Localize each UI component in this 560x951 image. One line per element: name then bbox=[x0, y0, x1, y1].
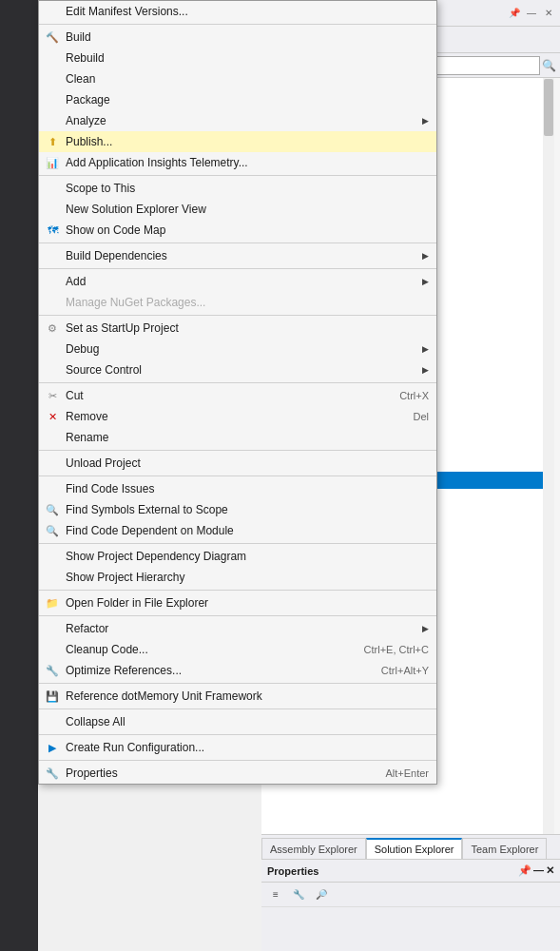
menu-item-rebuild[interactable]: Rebuild bbox=[39, 48, 436, 68]
menu-item-label: Edit Manifest Versions... bbox=[66, 5, 188, 18]
properties-minimize-button[interactable]: — bbox=[533, 864, 544, 877]
pin-button[interactable]: 📌 bbox=[507, 6, 522, 21]
tab-bar: Assembly Explorer Solution Explorer Team… bbox=[261, 834, 560, 859]
menu-separator bbox=[39, 708, 436, 709]
menu-separator bbox=[39, 615, 436, 616]
menu-item-package[interactable]: Package bbox=[39, 89, 436, 110]
menu-item-show-project-hierarchy[interactable]: Show Project Hierarchy bbox=[39, 567, 436, 588]
menu-item-label: Source Control bbox=[66, 363, 142, 377]
menu-item-label: Cleanup Code... bbox=[66, 643, 148, 656]
menu-separator bbox=[39, 760, 436, 761]
menu-item-shortcut: Del bbox=[394, 411, 429, 422]
menu-item-find-code-issues[interactable]: Find Code Issues bbox=[39, 478, 436, 499]
menu-item-collapse-all[interactable]: Collapse All bbox=[39, 711, 436, 732]
menu-item-label: Optimize References... bbox=[66, 664, 182, 677]
menu-item-manage-nuget-packages: Manage NuGet Packages... bbox=[39, 292, 436, 313]
menu-separator bbox=[39, 24, 436, 25]
close-button[interactable]: ✕ bbox=[541, 6, 556, 21]
menu-separator bbox=[39, 315, 436, 316]
menu-separator bbox=[39, 268, 436, 269]
menu-item-label: New Solution Explorer View bbox=[66, 203, 206, 216]
prop-toolbar-btn-3[interactable]: 🔎 bbox=[311, 885, 332, 904]
tab-team-explorer-label: Team Explorer bbox=[471, 844, 538, 855]
menu-item-optimize-references[interactable]: 🔧Optimize References...Ctrl+Alt+Y bbox=[39, 660, 436, 681]
prop-toolbar-btn-2[interactable]: 🔧 bbox=[288, 885, 309, 904]
menu-item-remove[interactable]: ✕RemoveDel bbox=[39, 406, 436, 427]
menu-item-build[interactable]: 🔨Build bbox=[39, 27, 436, 48]
menu-separator bbox=[39, 243, 436, 243]
properties-title: Properties bbox=[267, 865, 319, 877]
menu-item-label: Add Application Insights Telemetry... bbox=[66, 156, 248, 169]
menu-item-label: Show Project Dependency Diagram bbox=[66, 550, 246, 563]
vertical-scrollbar[interactable] bbox=[543, 78, 554, 834]
menu-item-icon: 🗺 bbox=[43, 221, 62, 240]
minimize-button[interactable]: — bbox=[524, 6, 539, 21]
menu-item-create-run-configuration[interactable]: ▶Create Run Configuration... bbox=[39, 737, 436, 758]
menu-item-label: Open Folder in File Explorer bbox=[66, 596, 208, 610]
menu-item-open-folder-in-file-explorer[interactable]: 📁Open Folder in File Explorer bbox=[39, 592, 436, 613]
menu-item-label: Find Code Dependent on Module bbox=[66, 524, 234, 537]
menu-item-rename[interactable]: Rename bbox=[39, 427, 436, 448]
tab-solution-explorer[interactable]: Solution Explorer bbox=[366, 838, 463, 859]
menu-item-icon: ⚙ bbox=[43, 319, 62, 338]
menu-item-show-on-code-map[interactable]: 🗺Show on Code Map bbox=[39, 220, 436, 241]
menu-separator bbox=[39, 543, 436, 544]
menu-item-refactor[interactable]: Refactor▶ bbox=[39, 618, 436, 639]
submenu-arrow-icon: ▶ bbox=[422, 624, 429, 633]
scrollbar-thumb[interactable] bbox=[544, 79, 553, 136]
menu-item-debug[interactable]: Debug▶ bbox=[39, 339, 436, 359]
menu-item-label: Add bbox=[66, 275, 86, 288]
prop-toolbar-btn-1[interactable]: ≡ bbox=[265, 885, 286, 904]
menu-separator bbox=[39, 382, 436, 383]
menu-item-publish[interactable]: ⬆Publish... bbox=[39, 131, 436, 152]
menu-item-find-symbols-external-to-scope[interactable]: 🔍Find Symbols External to Scope bbox=[39, 499, 436, 520]
menu-item-label: Unload Project bbox=[66, 456, 141, 470]
menu-item-icon: ✕ bbox=[43, 407, 62, 426]
menu-item-edit-manifest-versions[interactable]: Edit Manifest Versions... bbox=[39, 1, 436, 22]
properties-toolbar: ≡ 🔧 🔎 bbox=[261, 883, 560, 907]
menu-item-add[interactable]: Add▶ bbox=[39, 271, 436, 292]
menu-item-icon: 📊 bbox=[43, 153, 62, 172]
submenu-arrow-icon: ▶ bbox=[422, 251, 429, 261]
menu-item-label: Find Code Issues bbox=[66, 482, 154, 495]
properties-pin-button[interactable]: 📌 bbox=[518, 864, 531, 877]
menu-item-icon: 🔍 bbox=[43, 521, 62, 540]
submenu-arrow-icon: ▶ bbox=[422, 365, 429, 375]
menu-item-icon: 🔧 bbox=[43, 764, 62, 783]
menu-item-icon: 💾 bbox=[43, 687, 62, 706]
menu-item-icon: 📁 bbox=[43, 593, 62, 612]
properties-titlebar: Properties 📌 — ✕ bbox=[261, 860, 560, 883]
properties-close-button[interactable]: ✕ bbox=[546, 864, 554, 877]
menu-item-scope-to-this[interactable]: Scope to This bbox=[39, 178, 436, 199]
menu-item-set-as-startup-project[interactable]: ⚙Set as StartUp Project bbox=[39, 318, 436, 339]
tab-assembly-explorer[interactable]: Assembly Explorer bbox=[261, 838, 366, 859]
menu-item-icon: 🔍 bbox=[43, 500, 62, 519]
menu-item-icon: 🔨 bbox=[43, 28, 62, 47]
menu-item-cut[interactable]: ✂CutCtrl+X bbox=[39, 385, 436, 406]
menu-item-new-solution-explorer-view[interactable]: New Solution Explorer View bbox=[39, 199, 436, 220]
menu-separator bbox=[39, 175, 436, 176]
menu-item-reference-dotmemory-unit-framework[interactable]: 💾Reference dotMemory Unit Framework bbox=[39, 686, 436, 707]
menu-item-analyze[interactable]: Analyze▶ bbox=[39, 110, 436, 131]
menu-item-icon: ⬆ bbox=[43, 132, 62, 151]
submenu-arrow-icon: ▶ bbox=[422, 277, 429, 286]
menu-item-properties[interactable]: 🔧PropertiesAlt+Enter bbox=[39, 763, 436, 784]
menu-item-find-code-dependent-on-module[interactable]: 🔍Find Code Dependent on Module bbox=[39, 520, 436, 541]
search-icon[interactable]: 🔍 bbox=[542, 59, 556, 72]
menu-item-label: Properties bbox=[66, 767, 118, 780]
menu-item-icon: ✂ bbox=[43, 386, 62, 405]
menu-item-cleanup-code[interactable]: Cleanup Code...Ctrl+E, Ctrl+C bbox=[39, 639, 436, 660]
menu-item-label: Debug bbox=[66, 342, 99, 356]
menu-item-build-dependencies[interactable]: Build Dependencies▶ bbox=[39, 245, 436, 266]
properties-panel-controls: 📌 — ✕ bbox=[518, 864, 554, 877]
tab-team-explorer[interactable]: Team Explorer bbox=[462, 838, 547, 859]
menu-item-add-application-insights-telemetry[interactable]: 📊Add Application Insights Telemetry... bbox=[39, 152, 436, 173]
menu-item-show-project-dependency-diagram[interactable]: Show Project Dependency Diagram bbox=[39, 546, 436, 567]
menu-item-label: Scope to This bbox=[66, 182, 135, 195]
menu-item-label: Rename bbox=[66, 431, 108, 444]
menu-item-label: Refactor bbox=[66, 622, 108, 635]
menu-item-unload-project[interactable]: Unload Project bbox=[39, 453, 436, 474]
menu-item-label: Collapse All bbox=[66, 715, 126, 728]
menu-item-source-control[interactable]: Source Control▶ bbox=[39, 359, 436, 380]
menu-item-clean[interactable]: Clean bbox=[39, 68, 436, 89]
